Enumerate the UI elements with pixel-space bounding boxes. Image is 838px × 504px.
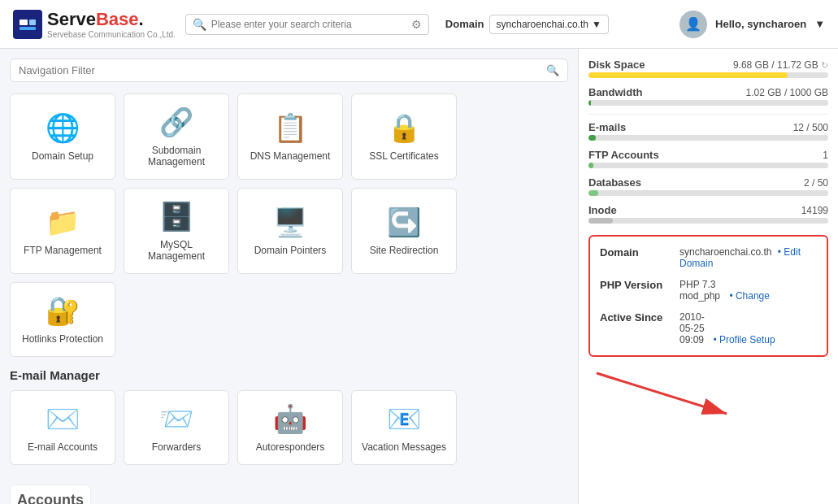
search-input[interactable] — [211, 19, 406, 30]
email-tools-grid: ✉️ E-mail Accounts 📨 Forwarders 🤖 Autore… — [10, 390, 568, 465]
domain-info-box: Domain syncharoenchai.co.th • Edit Domai… — [588, 235, 828, 357]
logo-area: ServeBase. Servebase Communication Co.,L… — [13, 9, 176, 39]
nav-filter-input[interactable] — [19, 64, 541, 76]
svg-rect-0 — [20, 20, 28, 25]
svg-line-4 — [597, 373, 727, 414]
email-manager-title: E-mail Manager — [10, 368, 568, 382]
bandwidth-progress — [588, 100, 828, 106]
card-domain-setup[interactable]: 🌐 Domain Setup — [10, 93, 115, 180]
info-domain-row: Domain syncharoenchai.co.th • Edit Domai… — [600, 246, 817, 269]
logo-brand: ServeBase. — [47, 9, 176, 30]
ftp-progress — [588, 163, 828, 168]
stat-disk-space: Disk Space 9.68 GB / 11.72 GB ↻ — [588, 59, 828, 71]
logo-sub: Servebase Communication Co.,Ltd. — [47, 30, 176, 39]
card-dns-management[interactable]: 📋 DNS Management — [237, 93, 343, 180]
disk-space-progress — [588, 72, 828, 78]
stat-inode: Inode 14199 — [588, 204, 828, 216]
hello-text: Hello, syncharoen — [715, 18, 806, 30]
info-active-row: Active Since 2010-05-2509:09 • Profile S… — [600, 311, 817, 345]
card-hotlinks-protection[interactable]: 🔐 Hotlinks Protection — [10, 282, 115, 357]
header: ServeBase. Servebase Communication Co.,L… — [0, 0, 838, 49]
logo-icon — [13, 10, 42, 39]
card-ssl-certificates[interactable]: 🔒 SSL Certificates — [351, 93, 457, 180]
databases-progress — [588, 190, 828, 196]
card-email-accounts[interactable]: ✉️ E-mail Accounts — [10, 390, 115, 465]
search-bar[interactable]: 🔍 ⚙ — [185, 14, 429, 35]
change-php-link[interactable]: • Change — [729, 290, 770, 302]
card-ftp-management[interactable]: 📁 FTP Management — [10, 188, 115, 274]
info-php-row: PHP Version PHP 7.3mod_php • Change — [600, 279, 817, 302]
domain-label: Domain — [445, 18, 484, 30]
card-domain-pointers[interactable]: 🖥️ Domain Pointers — [237, 188, 343, 274]
stat-bandwidth: Bandwidth 1.02 GB / 1000 GB — [588, 86, 828, 98]
header-right: 👤 Hello, syncharoen ▼ — [680, 11, 825, 38]
emails-progress — [588, 135, 828, 141]
card-forwarders[interactable]: 📨 Forwarders — [124, 390, 229, 465]
card-subdomain-management[interactable]: 🔗 Subdomain Management — [124, 93, 229, 180]
domain-section: Domain syncharoenchai.co.th ▼ — [445, 15, 609, 34]
main-layout: 🔍 🌐 Domain Setup 🔗 Subdomain Management … — [0, 49, 838, 504]
card-site-redirection[interactable]: ↪️ Site Redirection — [351, 188, 457, 274]
card-mysql-management[interactable]: 🗄️ MySQL Management — [124, 188, 229, 274]
search-icon: 🔍 — [193, 18, 206, 31]
domain-value: syncharoenchai.co.th — [497, 19, 588, 30]
domain-tools-grid: 🌐 Domain Setup 🔗 Subdomain Management 📋 … — [10, 93, 568, 357]
card-autoresponders[interactable]: 🤖 Autoresponders — [237, 390, 343, 465]
nav-filter-bar[interactable]: 🔍 — [10, 59, 568, 82]
svg-rect-1 — [29, 20, 36, 25]
nav-filter-search-icon: 🔍 — [546, 64, 559, 76]
gear-icon[interactable]: ⚙ — [411, 18, 422, 31]
stat-ftp: FTP Accounts 1 — [588, 149, 828, 161]
profile-setup-link[interactable]: • Profile Setup — [713, 334, 775, 345]
chevron-down-icon-user[interactable]: ▼ — [814, 18, 825, 30]
card-vacation-messages[interactable]: 📧 Vacation Messages — [351, 390, 457, 465]
stat-databases: Databases 2 / 50 — [588, 176, 828, 189]
right-panel: Disk Space 9.68 GB / 11.72 GB ↻ Bandwidt… — [578, 49, 838, 504]
stat-emails: E-mails 12 / 500 — [588, 121, 828, 133]
svg-rect-2 — [20, 27, 36, 30]
annotation-arrow — [588, 365, 751, 430]
avatar: 👤 — [680, 11, 707, 38]
inode-progress — [588, 218, 828, 224]
left-content: 🔍 🌐 Domain Setup 🔗 Subdomain Management … — [0, 49, 578, 504]
domain-select[interactable]: syncharoenchai.co.th ▼ — [489, 15, 609, 34]
chevron-down-icon: ▼ — [592, 19, 601, 30]
annotation-area — [588, 365, 828, 432]
accounts-section-label: Accounts — [10, 484, 91, 504]
